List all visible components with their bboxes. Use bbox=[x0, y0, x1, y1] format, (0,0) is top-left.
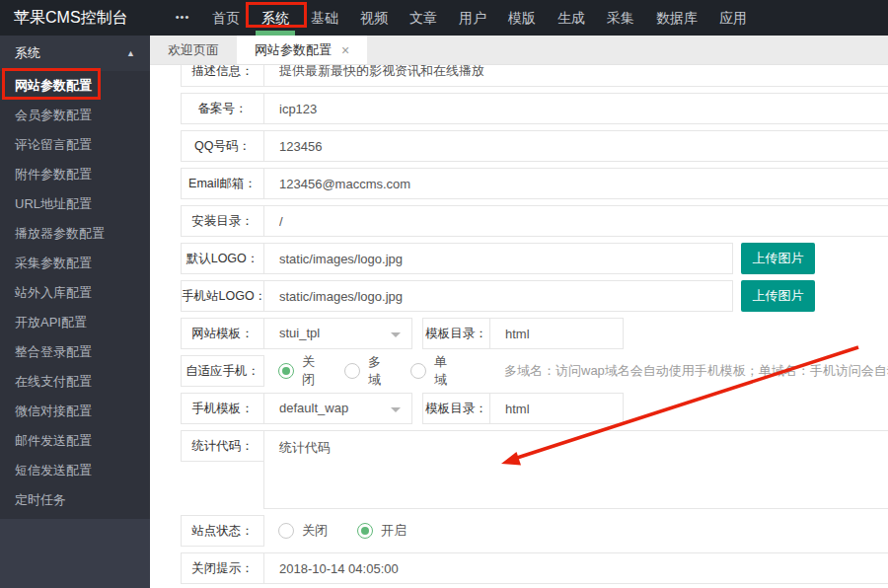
form-row-adaptive: 自适应手机： 关闭 多域 单域 多域名：访问wap域名会自动使用手机模板；单域名… bbox=[181, 355, 888, 387]
sidebar-menu: 网站参数配置会员参数配置评论留言配置附件参数配置URL地址配置播放器参数配置采集… bbox=[0, 71, 150, 519]
form-row-email: Email邮箱： bbox=[181, 168, 888, 199]
sidebar-item-2[interactable]: 会员参数配置 bbox=[0, 101, 150, 130]
install-dir-input[interactable] bbox=[263, 205, 888, 237]
radio-icon bbox=[278, 363, 294, 379]
close-tip-label: 关闭提示： bbox=[181, 552, 264, 584]
upload-logo-button[interactable]: 上传图片 bbox=[741, 243, 815, 274]
app-title: 苹果CMS控制台 bbox=[0, 0, 164, 36]
wap-template-select[interactable]: default_wap bbox=[263, 393, 412, 424]
nav-item-10[interactable]: 数据库 bbox=[645, 0, 708, 36]
statistics-textarea[interactable]: 统计代码 bbox=[263, 430, 888, 509]
wap-template-dir-input[interactable] bbox=[489, 393, 624, 424]
chevron-up-icon: ▲ bbox=[126, 36, 135, 71]
form-row-template: 网站模板： stui_tpl 模板目录： bbox=[181, 318, 888, 349]
annotation-box-sidebar-item bbox=[2, 68, 101, 100]
form-row-install-dir: 安装目录： bbox=[181, 205, 888, 237]
template-dir-input[interactable] bbox=[489, 318, 624, 349]
form-row-description: 描述信息： bbox=[181, 65, 888, 87]
template-select-value: stui_tpl bbox=[279, 326, 320, 340]
sidebar-item-7[interactable]: 采集参数配置 bbox=[0, 249, 150, 278]
radio-adapt-single-domain[interactable]: 单域 bbox=[410, 353, 447, 389]
adaptive-label: 自适应手机： bbox=[181, 355, 264, 387]
icp-input[interactable] bbox=[263, 93, 888, 124]
nav-item-1[interactable]: 首页 bbox=[201, 0, 251, 36]
sidebar-item-3[interactable]: 评论留言配置 bbox=[0, 130, 150, 160]
logo-input[interactable] bbox=[263, 243, 733, 274]
wap-logo-input[interactable] bbox=[263, 280, 733, 312]
qq-label: QQ号码： bbox=[181, 130, 264, 162]
template-dir-label: 模板目录： bbox=[422, 318, 490, 349]
form-row-wap-logo: 手机站LOGO： 上传图片 bbox=[181, 280, 888, 312]
radio-icon bbox=[410, 363, 426, 379]
sidebar-item-4[interactable]: 附件参数配置 bbox=[0, 160, 150, 189]
wap-logo-label: 手机站LOGO： bbox=[181, 280, 264, 312]
template-select[interactable]: stui_tpl bbox=[263, 318, 412, 349]
form-panel: 描述信息： 备案号： QQ号码： Email邮箱： 安装目录： 默认LOGO： … bbox=[150, 65, 888, 588]
sidebar: 系统 ▲ 网站参数配置会员参数配置评论留言配置附件参数配置URL地址配置播放器参… bbox=[0, 36, 150, 588]
annotation-box-nav-system bbox=[246, 2, 307, 28]
close-tip-input[interactable] bbox=[263, 552, 888, 584]
nav-item-3[interactable]: 基础 bbox=[300, 0, 349, 36]
radio-adapt-multi-domain[interactable]: 多域 bbox=[344, 353, 381, 389]
description-label: 描述信息： bbox=[181, 65, 264, 87]
wap-template-dir-label: 模板目录： bbox=[422, 393, 490, 424]
nav-item-4[interactable]: 视频 bbox=[349, 0, 399, 36]
chevron-down-icon bbox=[391, 332, 401, 342]
sidebar-item-9[interactable]: 开放API配置 bbox=[0, 308, 150, 337]
form-row-icp: 备案号： bbox=[181, 93, 888, 124]
description-input[interactable] bbox=[263, 65, 888, 87]
tab-bar: 欢迎页面 网站参数配置 × bbox=[150, 36, 888, 65]
sidebar-item-13[interactable]: 邮件发送配置 bbox=[0, 426, 150, 456]
form-row-wap-template: 手机模板： default_wap 模板目录： bbox=[181, 393, 888, 424]
more-menu-icon[interactable]: ••• bbox=[164, 0, 201, 36]
radio-adapt-close[interactable]: 关闭 bbox=[278, 353, 315, 389]
tab-label: 欢迎页面 bbox=[168, 42, 219, 57]
sidebar-item-11[interactable]: 在线支付配置 bbox=[0, 367, 150, 397]
chevron-down-icon bbox=[391, 407, 401, 417]
wap-template-label: 手机模板： bbox=[181, 393, 264, 424]
sidebar-group-system[interactable]: 系统 ▲ bbox=[0, 36, 150, 71]
nav-item-6[interactable]: 用户 bbox=[448, 0, 497, 36]
sidebar-item-15[interactable]: 定时任务 bbox=[0, 485, 150, 515]
icp-label: 备案号： bbox=[181, 93, 264, 124]
sidebar-item-10[interactable]: 整合登录配置 bbox=[0, 337, 150, 367]
radio-icon bbox=[344, 363, 360, 379]
form-row-logo: 默认LOGO： 上传图片 bbox=[181, 243, 888, 274]
tab-site-config[interactable]: 网站参数配置 × bbox=[237, 36, 367, 64]
template-label: 网站模板： bbox=[181, 318, 264, 349]
screen: 苹果CMS控制台 ••• 首页系统基础视频文章用户模版生成采集数据库应用 系统 … bbox=[0, 0, 888, 588]
close-icon[interactable]: × bbox=[341, 43, 349, 57]
email-label: Email邮箱： bbox=[181, 168, 264, 199]
nav-item-11[interactable]: 应用 bbox=[708, 0, 758, 36]
logo-label: 默认LOGO： bbox=[181, 243, 264, 274]
nav-item-8[interactable]: 生成 bbox=[547, 0, 596, 36]
form-row-close-tip: 关闭提示： bbox=[181, 552, 888, 584]
nav-item-7[interactable]: 模版 bbox=[497, 0, 547, 36]
upload-wap-logo-button[interactable]: 上传图片 bbox=[741, 280, 815, 312]
adaptive-radio-group: 关闭 多域 单域 bbox=[278, 355, 477, 387]
sidebar-group-label: 系统 bbox=[15, 36, 40, 71]
tab-welcome[interactable]: 欢迎页面 bbox=[150, 36, 237, 64]
install-dir-label: 安装目录： bbox=[181, 205, 264, 237]
qq-input[interactable] bbox=[263, 130, 888, 162]
statistics-label: 统计代码： bbox=[181, 430, 264, 462]
radio-status-close[interactable]: 关闭 bbox=[278, 522, 328, 540]
sidebar-item-6[interactable]: 播放器参数配置 bbox=[0, 219, 150, 249]
radio-icon bbox=[357, 523, 373, 539]
site-status-radio-group: 关闭 开启 bbox=[278, 515, 436, 547]
form-row-statistics: 统计代码： 统计代码 bbox=[181, 430, 888, 509]
sidebar-item-12[interactable]: 微信对接配置 bbox=[0, 397, 150, 426]
radio-status-open[interactable]: 开启 bbox=[357, 522, 407, 540]
nav-item-5[interactable]: 文章 bbox=[399, 0, 448, 36]
site-status-label: 站点状态： bbox=[181, 515, 264, 547]
nav-item-9[interactable]: 采集 bbox=[596, 0, 645, 36]
email-input[interactable] bbox=[263, 168, 888, 199]
sidebar-item-14[interactable]: 短信发送配置 bbox=[0, 456, 150, 485]
form-row-qq: QQ号码： bbox=[181, 130, 888, 162]
form-row-site-status: 站点状态： 关闭 开启 bbox=[181, 515, 888, 547]
adaptive-help-text: 多域名：访问wap域名会自动使用手机模板；单域名：手机访问会自动使用手机 bbox=[504, 355, 888, 387]
tab-label: 网站参数配置 bbox=[255, 36, 332, 65]
radio-icon bbox=[278, 523, 294, 539]
sidebar-item-5[interactable]: URL地址配置 bbox=[0, 189, 150, 219]
sidebar-item-8[interactable]: 站外入库配置 bbox=[0, 278, 150, 308]
